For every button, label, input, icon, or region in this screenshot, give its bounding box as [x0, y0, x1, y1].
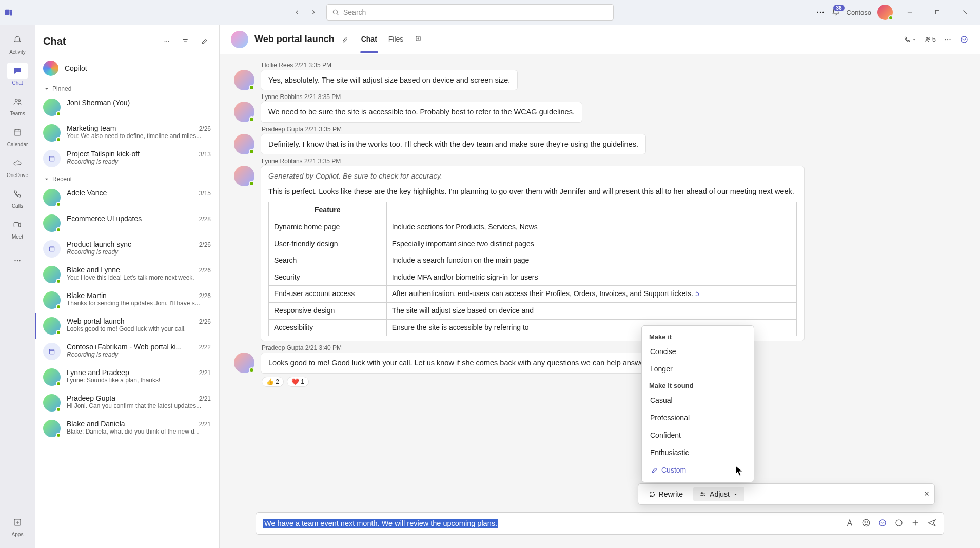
ai-close-button[interactable] — [923, 490, 930, 499]
rail-more[interactable] — [2, 246, 33, 275]
copilot-compose-icon[interactable] — [878, 518, 887, 529]
more-icon[interactable] — [816, 8, 825, 17]
notifications-button[interactable]: 36 — [831, 7, 840, 18]
window-close[interactable] — [954, 4, 976, 21]
citation-link[interactable]: 5 — [695, 289, 699, 298]
chat-list-item[interactable]: Web portal launch2/26Looks good to me! G… — [35, 313, 219, 339]
nav-forward[interactable] — [307, 6, 320, 19]
chevron-down-icon — [733, 492, 738, 497]
svg-point-34 — [896, 520, 902, 526]
format-icon[interactable] — [845, 518, 854, 529]
emoji-icon[interactable] — [861, 518, 871, 529]
add-attachment-icon[interactable] — [911, 518, 920, 529]
rail-onedrive[interactable]: OneDrive — [2, 152, 33, 181]
rewrite-button[interactable]: Rewrite — [642, 487, 689, 501]
chat-item-date: 2/26 — [199, 267, 211, 274]
section-recent[interactable]: Recent — [35, 171, 219, 185]
svg-rect-10 — [14, 222, 18, 227]
svg-point-11 — [14, 260, 15, 261]
chat-list-item[interactable]: Blake and Lynne2/26You: I love this idea… — [35, 262, 219, 287]
titlebar: Search 36 Contoso — [0, 0, 980, 25]
window-maximize[interactable] — [927, 4, 948, 21]
chat-item-title: Blake and Lynne — [67, 266, 120, 274]
tab-add[interactable] — [414, 26, 423, 53]
chat-list-item[interactable]: Lynne and Pradeep2/21Lynne: Sounds like … — [35, 364, 219, 390]
chat-list-item[interactable]: Pradeep Gupta2/21Hi Joni. Can you confir… — [35, 390, 219, 416]
chat-list-item[interactable]: Ecommerce UI updates2/28 — [35, 210, 219, 236]
avatar — [43, 317, 61, 335]
tab-files[interactable]: Files — [387, 26, 405, 53]
message-meta: Hollie Rees 2/21 3:35 PM — [262, 62, 966, 69]
chat-item-title: Project Tailspin kick-off — [67, 150, 140, 158]
nav-back[interactable] — [290, 6, 304, 19]
org-name: Contoso — [847, 9, 871, 16]
adjust-option-concise[interactable]: Concise — [642, 343, 754, 360]
adjust-option-enthusiastic[interactable]: Enthusiastic — [642, 444, 754, 461]
chat-item-preview: Recording is ready — [67, 351, 211, 358]
svg-point-31 — [865, 521, 866, 522]
chat-item-preview: You: We also need to define, timeline an… — [67, 132, 211, 140]
chat-item-date: 2/26 — [199, 125, 211, 132]
chatlist-filter[interactable] — [178, 34, 192, 48]
adjust-option-custom[interactable]: Custom — [642, 461, 754, 479]
svg-rect-0 — [5, 10, 10, 15]
copilot-header-icon[interactable] — [959, 35, 969, 44]
svg-point-17 — [168, 41, 169, 42]
conv-more-icon[interactable] — [943, 35, 952, 44]
chat-list-item[interactable]: Product launch sync2/26Recording is read… — [35, 236, 219, 262]
rail-activity[interactable]: Activity — [2, 29, 33, 57]
send-button[interactable] — [927, 518, 936, 529]
compose-box[interactable]: We have a team event next month. We will… — [256, 512, 944, 535]
new-chat-button[interactable] — [197, 34, 211, 48]
reaction-chip[interactable]: 👍 2 — [262, 377, 284, 387]
conversation-header: Web portal launch Chat Files 5 — [220, 25, 980, 54]
svg-point-27 — [961, 36, 967, 43]
people-button[interactable]: 5 — [924, 35, 936, 43]
adjust-option-casual[interactable]: Casual — [642, 392, 754, 409]
rail-meet[interactable]: Meet — [2, 213, 33, 242]
chat-item-date: 2/28 — [199, 216, 211, 223]
rail-teams[interactable]: Teams — [2, 90, 33, 119]
chat-list-item[interactable]: Contoso+Fabrikam - Web portal ki...2/22R… — [35, 339, 219, 364]
loop-icon[interactable] — [894, 518, 904, 529]
adjust-button[interactable]: Adjust — [693, 487, 744, 501]
rail-chat[interactable]: Chat — [2, 60, 33, 88]
user-avatar[interactable] — [877, 5, 893, 20]
adjust-option-professional[interactable]: Professional — [642, 409, 754, 426]
section-pinned[interactable]: Pinned — [35, 81, 219, 94]
copilot-entry[interactable]: Copilot — [35, 55, 219, 81]
chat-list-item[interactable]: Joni Sherman (You) — [35, 94, 219, 120]
tab-chat[interactable]: Chat — [360, 26, 378, 53]
chat-item-title: Blake Martin — [67, 291, 107, 300]
chat-item-title: Pradeep Gupta — [67, 394, 115, 402]
svg-rect-18 — [49, 156, 54, 161]
avatar — [234, 134, 254, 154]
adjust-option-longer[interactable]: Longer — [642, 360, 754, 378]
chat-list-item[interactable]: Blake Martin2/26Thanks for sending the u… — [35, 287, 219, 313]
reaction-chip[interactable]: ❤️ 1 — [287, 377, 309, 387]
rail-calendar[interactable]: Calendar — [2, 121, 33, 150]
chat-list-item[interactable]: Project Tailspin kick-off3/13Recording i… — [35, 146, 219, 171]
chatlist-more[interactable] — [160, 34, 174, 48]
adjust-option-confident[interactable]: Confident — [642, 426, 754, 444]
window-minimize[interactable] — [899, 4, 920, 21]
search-input[interactable]: Search — [326, 4, 614, 21]
avatar — [43, 189, 61, 206]
chat-item-title: Web portal launch — [67, 317, 125, 325]
call-button[interactable] — [904, 36, 917, 43]
rail-apps[interactable]: Apps — [2, 511, 33, 540]
rail-calls[interactable]: Calls — [2, 183, 33, 211]
svg-point-23 — [928, 37, 930, 39]
chat-list-item[interactable]: Marketing team2/26You: We also need to d… — [35, 120, 219, 146]
copilot-disclaimer: Generated by Copilot. Be sure to check f… — [268, 171, 797, 181]
chat-list-item[interactable]: Blake and Daniela2/21Blake: Daniela, wha… — [35, 416, 219, 441]
chat-list-panel: Chat Copilot Pinned Joni Sherman (You)Ma… — [35, 25, 220, 548]
compose-text[interactable]: We have a team event next month. We will… — [263, 519, 841, 527]
edit-title-icon[interactable] — [341, 36, 348, 43]
avatar — [43, 124, 61, 142]
avatar — [234, 353, 254, 373]
chat-list-item[interactable]: Adele Vance3/15 — [35, 185, 219, 210]
avatar — [234, 102, 254, 122]
chat-item-date: 2/26 — [199, 241, 211, 248]
avatar — [43, 368, 61, 386]
